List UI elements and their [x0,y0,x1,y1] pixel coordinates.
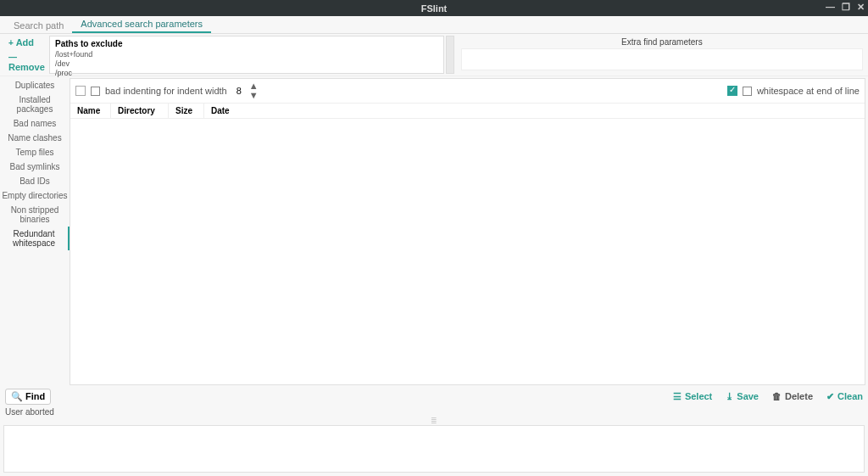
col-size[interactable]: Size [169,104,204,118]
sidebar-item-bad-names[interactable]: Bad names [0,116,70,131]
sidebar-item-temp-files[interactable]: Temp files [0,145,70,160]
sidebar-item-name-clashes[interactable]: Name clashes [0,131,70,145]
results-table-header: Name Directory Size Date [70,104,865,119]
paths-exclude-list[interactable]: Paths to exclude /lost+found /dev /proc [49,36,444,74]
find-button[interactable]: 🔍 Find [5,389,51,405]
eol-whitespace-checkbox[interactable] [727,86,737,96]
add-remove-column: + Add — Remove [0,34,47,76]
add-button[interactable]: + Add [8,37,47,48]
select-button[interactable]: ☰ Select [673,391,712,402]
options-row: bad indenting for indent width ▲ ▼ white… [70,79,865,104]
indenting-checkbox[interactable] [75,86,86,96]
sidebar-item-non-stripped-binaries[interactable]: Non stripped binaries [0,203,70,227]
remove-button[interactable]: — Remove [8,53,47,72]
sidebar-item-installed-packages[interactable]: Installed packages [0,92,70,116]
sidebar-item-empty-directories[interactable]: Empty directories [0,188,70,203]
chevron-down-icon[interactable]: ▼ [249,91,259,100]
save-icon: ⤓ [726,391,733,402]
eol-label: whitespace at end of line [757,86,860,96]
category-sidebar: Duplicates Installed packages Bad names … [0,76,70,387]
spinner-arrows[interactable]: ▲ ▼ [249,81,259,100]
exclude-scrollbar[interactable] [446,36,454,74]
window-controls: — ❐ ✕ [826,2,865,13]
content-panel: bad indenting for indent width ▲ ▼ white… [70,78,865,385]
window-title: FSlint [421,3,448,14]
sidebar-item-bad-ids[interactable]: Bad IDs [0,174,70,188]
tab-advanced-search[interactable]: Advanced search parameters [72,16,211,33]
delete-button[interactable]: 🗑 Delete [772,391,813,401]
col-directory[interactable]: Directory [111,104,169,118]
parameters-row: + Add — Remove Paths to exclude /lost+fo… [0,34,868,76]
eol-icon [743,87,752,96]
exclude-item[interactable]: /lost+found [55,50,438,59]
indent-width-spinner[interactable]: ▲ ▼ [232,81,259,100]
select-icon: ☰ [673,391,682,402]
results-table-body[interactable] [70,119,865,384]
indenting-label: bad indenting for indent width [105,86,227,96]
col-date[interactable]: Date [204,104,245,118]
splitter-grip[interactable]: ≣ [0,418,868,423]
main-area: Duplicates Installed packages Bad names … [0,76,868,387]
restore-icon[interactable]: ❐ [842,2,850,13]
main-tabs: Search path Advanced search parameters [0,16,868,34]
col-name[interactable]: Name [70,104,111,118]
indent-width-input[interactable] [232,86,246,96]
close-icon[interactable]: ✕ [857,2,865,13]
extra-find-input[interactable] [461,48,863,70]
extra-heading: Extra find parameters [461,36,863,48]
output-panel[interactable] [3,425,865,473]
sidebar-item-bad-symlinks[interactable]: Bad symlinks [0,160,70,174]
tab-search-path[interactable]: Search path [5,18,72,33]
sidebar-item-redundant-whitespace[interactable]: Redundant whitespace [0,227,70,250]
search-icon: 🔍 [11,391,23,402]
minimize-icon[interactable]: — [826,2,835,13]
trash-icon: 🗑 [772,391,782,401]
extra-find-parameters: Extra find parameters [456,34,868,76]
exclude-item[interactable]: /dev [55,59,438,69]
broom-icon: ✔ [826,391,834,402]
clean-button[interactable]: ✔ Clean [826,391,863,402]
save-button[interactable]: ⤓ Save [726,391,759,402]
tab-width-icon [91,87,100,96]
bottom-toolbar: 🔍 Find ☰ Select ⤓ Save 🗑 Delete ✔ Clean [0,387,868,406]
window-titlebar: FSlint — ❐ ✕ [0,0,868,16]
sidebar-item-duplicates[interactable]: Duplicates [0,78,70,92]
paths-exclude-heading: Paths to exclude [55,39,438,48]
